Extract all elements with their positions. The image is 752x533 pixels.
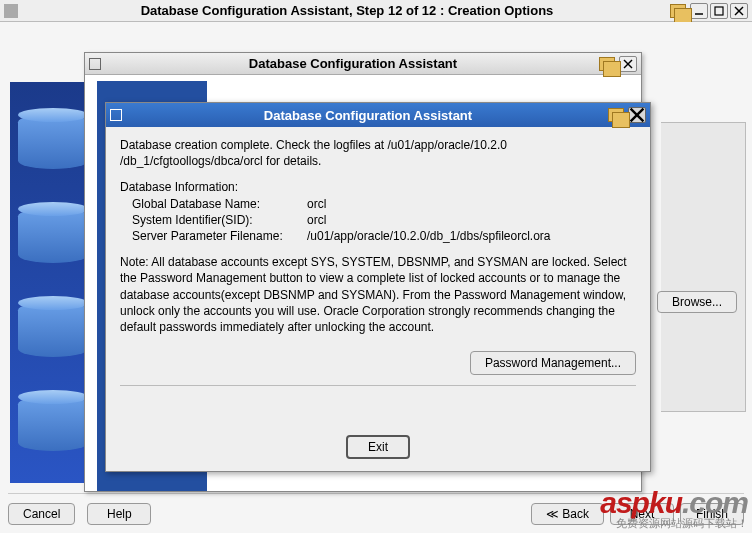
completion-dialog-title: Database Configuration Assistant bbox=[128, 108, 608, 123]
next-button-label: Next bbox=[630, 507, 655, 521]
completion-dialog-titlebar: Database Configuration Assistant bbox=[106, 103, 650, 127]
database-cylinder-icon bbox=[18, 302, 88, 357]
back-button[interactable]: ≪ Back bbox=[531, 503, 604, 525]
minimize-button[interactable] bbox=[690, 3, 708, 19]
progress-window-close-button[interactable] bbox=[619, 56, 637, 72]
info-row-sid: System Identifier(SID): orcl bbox=[132, 212, 636, 228]
creation-complete-line2: /db_1/cfgtoollogs/dbca/orcl for details. bbox=[120, 154, 321, 168]
outer-window-content: Browse... Cancel Help ≪ Back Next Finish… bbox=[0, 22, 752, 533]
password-management-button[interactable]: Password Management... bbox=[470, 351, 636, 375]
documents-icon bbox=[608, 108, 624, 122]
maximize-button[interactable] bbox=[710, 3, 728, 19]
completion-dialog-close-button[interactable] bbox=[628, 107, 646, 123]
completion-dialog: Database Configuration Assistant Databas… bbox=[105, 102, 651, 472]
spfile-value: /u01/app/oracle/10.2.0/db_1/dbs/spfileor… bbox=[307, 228, 551, 244]
info-row-spfile: Server Parameter Filename: /u01/app/orac… bbox=[132, 228, 636, 244]
browse-button[interactable]: Browse... bbox=[657, 291, 737, 313]
creation-complete-text: Database creation complete. Check the lo… bbox=[120, 137, 636, 169]
info-row-global-db-name: Global Database Name: orcl bbox=[132, 196, 636, 212]
close-button[interactable] bbox=[730, 3, 748, 19]
wizard-button-bar: Cancel Help ≪ Back Next Finish bbox=[8, 493, 744, 527]
next-button[interactable]: Next bbox=[610, 503, 674, 525]
window-menu-icon[interactable] bbox=[89, 58, 101, 70]
app-icon bbox=[4, 4, 18, 18]
spfile-label: Server Parameter Filename: bbox=[132, 228, 307, 244]
global-db-name-label: Global Database Name: bbox=[132, 196, 307, 212]
completion-dialog-body: Database creation complete. Check the lo… bbox=[106, 127, 650, 471]
creation-complete-line1: Database creation complete. Check the lo… bbox=[120, 138, 507, 152]
database-cylinder-icon bbox=[18, 208, 88, 263]
documents-icon bbox=[599, 57, 615, 71]
separator bbox=[120, 385, 636, 386]
database-cylinder-icon bbox=[18, 396, 88, 451]
cancel-button[interactable]: Cancel bbox=[8, 503, 75, 525]
database-info-heading: Database Information: bbox=[120, 179, 636, 195]
database-cylinder-icon bbox=[18, 114, 88, 169]
chevron-left-icon: ≪ bbox=[546, 507, 562, 521]
progress-window-titlebar: Database Configuration Assistant bbox=[85, 53, 641, 75]
finish-button[interactable]: Finish bbox=[680, 503, 744, 525]
back-button-label: Back bbox=[562, 507, 589, 521]
accounts-note-text: Note: All database accounts except SYS, … bbox=[120, 254, 636, 335]
progress-window-title: Database Configuration Assistant bbox=[107, 56, 599, 71]
help-button[interactable]: Help bbox=[87, 503, 151, 525]
database-information-section: Database Information: Global Database Na… bbox=[120, 179, 636, 244]
sid-label: System Identifier(SID): bbox=[132, 212, 307, 228]
global-db-name-value: orcl bbox=[307, 196, 326, 212]
sid-value: orcl bbox=[307, 212, 326, 228]
outer-window-title: Database Configuration Assistant, Step 1… bbox=[24, 3, 670, 18]
documents-icon bbox=[670, 4, 686, 18]
svg-rect-1 bbox=[715, 7, 723, 15]
window-menu-icon[interactable] bbox=[110, 109, 122, 121]
options-panel-fragment: Browse... bbox=[661, 122, 746, 412]
exit-button[interactable]: Exit bbox=[346, 435, 410, 459]
outer-window-titlebar: Database Configuration Assistant, Step 1… bbox=[0, 0, 752, 22]
